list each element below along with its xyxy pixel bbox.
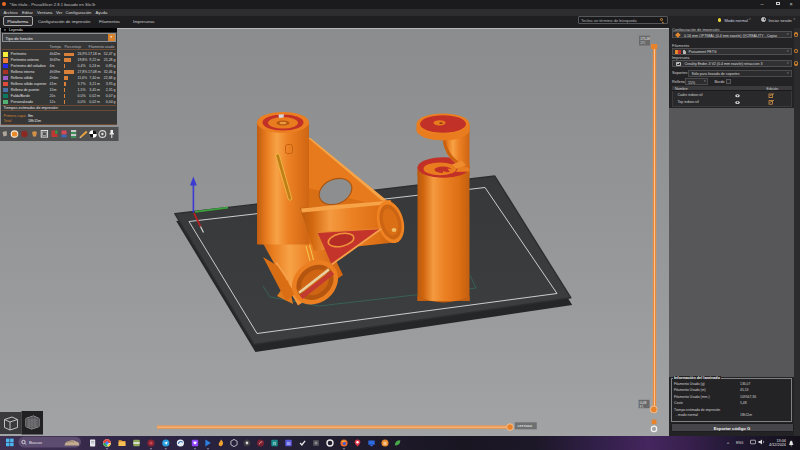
- svg-text:4/12/2024: 4/12/2024: [769, 443, 786, 447]
- svg-text:1533999: 1533999: [517, 424, 532, 428]
- svg-text:Buscar: Buscar: [29, 440, 43, 445]
- svg-text:13:04: 13:04: [776, 439, 786, 443]
- svg-text:ENG: ENG: [736, 441, 744, 445]
- svg-text:175: 175: [640, 40, 645, 44]
- svg-text:^: ^: [727, 441, 730, 446]
- svg-text:F1: F1: [640, 404, 644, 408]
- svg-text:n: n: [273, 440, 276, 446]
- svg-text:XI: XI: [287, 441, 291, 446]
